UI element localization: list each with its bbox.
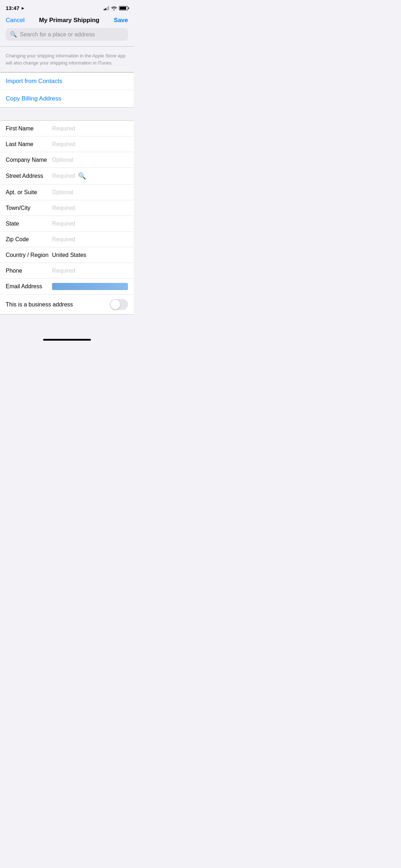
navigation-bar: Cancel My Primary Shipping Save — [0, 14, 134, 28]
search-bar[interactable]: 🔍 Search for a place or address — [6, 28, 128, 41]
signal-icon — [104, 6, 109, 10]
country-region-value: United States — [52, 252, 128, 258]
action-section: Import from Contacts Copy Billing Addres… — [0, 72, 134, 108]
state-label: State — [6, 221, 52, 227]
company-name-row[interactable]: Company Name Optional — [0, 152, 134, 168]
wifi-icon — [111, 6, 117, 10]
street-address-value: Required — [52, 173, 75, 179]
town-city-value: Required — [52, 205, 128, 211]
state-value: Required — [52, 221, 128, 227]
location-icon: ► — [21, 6, 25, 11]
status-bar: 13:47 ► — [0, 0, 134, 14]
save-button[interactable]: Save — [114, 17, 128, 24]
last-name-value: Required — [52, 141, 128, 148]
last-name-label: Last Name — [6, 141, 52, 148]
company-name-value: Optional — [52, 157, 128, 163]
apt-suite-row[interactable]: Apt. or Suite Optional — [0, 185, 134, 200]
import-contacts-button[interactable]: Import from Contacts — [0, 73, 134, 90]
info-text: Changing your shipping information in th… — [6, 52, 128, 66]
street-search-icon[interactable]: 🔍 — [78, 172, 86, 180]
town-city-row[interactable]: Town/City Required — [0, 200, 134, 216]
email-address-value — [52, 283, 128, 290]
street-address-label: Street Address — [6, 173, 52, 179]
state-row[interactable]: State Required — [0, 216, 134, 232]
phone-value: Required — [52, 268, 128, 274]
business-address-row[interactable]: This is a business address — [0, 295, 134, 314]
status-time: 13:47 ► — [6, 5, 25, 11]
home-bar — [43, 339, 91, 341]
toggle-knob — [110, 300, 120, 309]
zip-code-row[interactable]: Zip Code Required — [0, 232, 134, 247]
street-address-input-area: Required 🔍 — [52, 172, 86, 180]
country-region-row[interactable]: Country / Region United States — [0, 247, 134, 263]
info-section: Changing your shipping information in th… — [0, 47, 134, 72]
company-name-label: Company Name — [6, 157, 52, 163]
first-name-label: First Name — [6, 125, 52, 132]
copy-billing-button[interactable]: Copy Billing Address — [0, 90, 134, 107]
country-region-label: Country / Region — [6, 252, 52, 258]
email-address-label: Email Address — [6, 283, 52, 290]
search-placeholder: Search for a place or address — [20, 31, 95, 38]
bottom-gap — [0, 315, 134, 336]
cancel-button[interactable]: Cancel — [6, 17, 25, 24]
phone-label: Phone — [6, 268, 52, 274]
town-city-label: Town/City — [6, 205, 52, 211]
street-address-row[interactable]: Street Address Required 🔍 — [0, 168, 134, 185]
first-name-value: Required — [52, 125, 128, 132]
gap-section — [0, 108, 134, 120]
battery-icon — [119, 6, 128, 10]
apt-suite-value: Optional — [52, 189, 128, 196]
apt-suite-label: Apt. or Suite — [6, 189, 52, 196]
page-title: My Primary Shipping — [39, 17, 99, 24]
form-section: First Name Required Last Name Required C… — [0, 120, 134, 315]
status-icons — [104, 6, 128, 10]
phone-row[interactable]: Phone Required — [0, 263, 134, 279]
business-address-toggle[interactable] — [110, 299, 128, 310]
first-name-row[interactable]: First Name Required — [0, 121, 134, 136]
email-address-row[interactable]: Email Address — [0, 279, 134, 295]
zip-code-label: Zip Code — [6, 236, 52, 243]
search-icon: 🔍 — [10, 31, 17, 38]
business-address-label: This is a business address — [6, 301, 73, 308]
last-name-row[interactable]: Last Name Required — [0, 136, 134, 152]
zip-code-value: Required — [52, 236, 128, 243]
search-container: 🔍 Search for a place or address — [0, 28, 134, 46]
home-indicator — [0, 336, 134, 343]
